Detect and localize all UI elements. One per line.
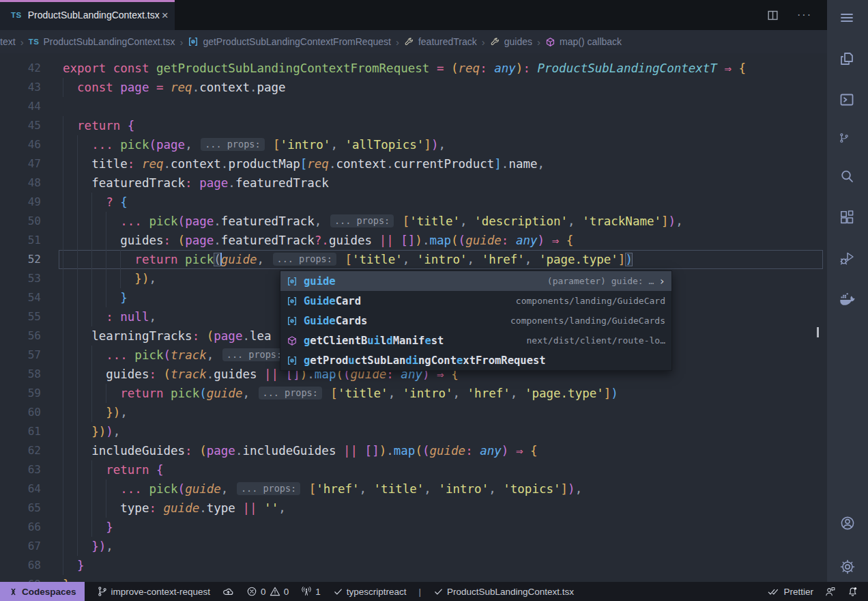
status-codespaces[interactable]: Codespaces	[0, 582, 85, 601]
status-active-file[interactable]: ProductSubLandingContext.tsx	[433, 582, 574, 601]
line-number[interactable]: 48	[0, 173, 41, 193]
suggest-item[interactable]: GuideCardscomponents/landing/GuideCards	[280, 311, 671, 331]
check-icon	[433, 587, 444, 597]
status-ports[interactable]: 1	[301, 582, 321, 601]
status-sync[interactable]	[222, 582, 234, 601]
line-number[interactable]: 44	[0, 97, 41, 116]
activity-item-explorer[interactable]	[839, 51, 856, 67]
suggest-item[interactable]: guide(parameter) guide: …›	[280, 271, 671, 291]
line-number[interactable]: 67	[0, 537, 41, 556]
code-token: ,	[676, 214, 683, 228]
code-line[interactable]: 45return {	[0, 116, 827, 135]
line-number[interactable]: 45	[0, 116, 41, 135]
line-number[interactable]: 54	[0, 288, 41, 307]
line-number[interactable]: 47	[0, 154, 41, 173]
suggest-item[interactable]: getProductSubLandingContextFromRequest	[280, 350, 671, 370]
status-notifications[interactable]	[847, 582, 858, 601]
line-number[interactable]: 62	[0, 441, 41, 460]
line-number[interactable]: 66	[0, 518, 41, 537]
line-number[interactable]: 61	[0, 422, 41, 441]
code-line[interactable]: 51guides: (page.featuredTrack?.guides ||…	[0, 231, 827, 250]
line-number[interactable]: 56	[0, 326, 41, 346]
activity-item-settings[interactable]	[839, 559, 856, 575]
line-number[interactable]: 57	[0, 346, 41, 365]
code-token: (	[149, 138, 156, 152]
line-number[interactable]: 53	[0, 269, 41, 288]
code-line[interactable]: 59return pick(guide, ... props: ['title'…	[0, 384, 827, 403]
line-number[interactable]: 41	[0, 53, 41, 59]
suggest-item[interactable]: getClientBuildManifestnext/dist/client/r…	[280, 331, 671, 350]
code-line[interactable]: 43const page = req.context.page	[0, 78, 827, 97]
line-number[interactable]: 59	[0, 384, 41, 403]
code-line[interactable]: 41	[0, 53, 827, 59]
code-line-content: type: guide.type || '',	[59, 499, 827, 518]
line-number[interactable]: 42	[0, 59, 41, 78]
status-problems[interactable]: 00	[246, 582, 289, 601]
code-token: .	[214, 234, 221, 247]
code-line[interactable]: 64... pick(guide, ... props: ['href', 't…	[0, 479, 827, 499]
activity-item-source-control[interactable]	[839, 132, 856, 143]
more-actions-button[interactable]: ···	[797, 9, 812, 21]
line-number[interactable]: 52	[0, 250, 41, 269]
activity-item-docker[interactable]	[839, 291, 856, 309]
line-number[interactable]: 69	[0, 575, 41, 582]
activity-item-extensions[interactable]	[839, 209, 856, 225]
status-feedback[interactable]	[824, 582, 836, 601]
code-line[interactable]: 63return {	[0, 460, 827, 479]
code-line[interactable]: 42export const getProductSubLandingConte…	[0, 59, 827, 78]
line-number[interactable]: 63	[0, 460, 41, 479]
code-line[interactable]: 44	[0, 97, 827, 116]
inlay-hint: ... props:	[201, 138, 264, 151]
code-line[interactable]: 49? {	[0, 193, 827, 212]
line-number[interactable]: 55	[0, 307, 41, 326]
code-line[interactable]: 61})),	[0, 422, 827, 441]
code-line[interactable]: 48featuredTrack: page.featuredTrack	[0, 173, 827, 193]
line-number[interactable]: 58	[0, 365, 41, 384]
breadcrumb-item[interactable]: TSProductSubLandingContext.tsx	[29, 36, 175, 47]
status-prettier[interactable]: Prettier	[767, 582, 813, 601]
line-number[interactable]: 51	[0, 231, 41, 250]
line-number[interactable]: 64	[0, 479, 41, 499]
line-number[interactable]: 46	[0, 135, 41, 154]
activity-item-account[interactable]	[839, 515, 856, 531]
line-number[interactable]: 68	[0, 556, 41, 575]
code-line[interactable]: 65type: guide.type || '',	[0, 499, 827, 518]
line-number[interactable]: 43	[0, 78, 41, 97]
code-line[interactable]: 47title: req.context.productMap[req.cont…	[0, 154, 827, 173]
code-line[interactable]: 69}	[0, 575, 827, 582]
breadcrumb-item[interactable]: guides	[490, 36, 532, 47]
split-editor-icon[interactable]	[766, 9, 779, 22]
line-number[interactable]: 65	[0, 499, 41, 518]
breadcrumb-item[interactable]: getProductSubLandingContextFromRequest	[188, 36, 391, 47]
code-line[interactable]: 46... pick(page, ... props: ['intro', 'a…	[0, 135, 827, 154]
activity-item-search[interactable]	[839, 168, 856, 184]
code-line[interactable]: 66}	[0, 518, 827, 537]
activity-item-terminal[interactable]	[839, 92, 856, 108]
code-token: ]	[561, 482, 568, 496]
close-icon[interactable]: ×	[160, 9, 171, 22]
status-branch[interactable]: improve-context-request	[97, 582, 211, 601]
suggest-detail-chevron-icon[interactable]: ›	[659, 275, 665, 288]
code-line[interactable]: 68}	[0, 556, 827, 575]
tab-productsublandingcontext[interactable]: TS ProductSubLandingContext.tsx ×	[0, 0, 175, 30]
suggest-item[interactable]: GuideCardcomponents/landing/GuideCard	[280, 291, 671, 311]
status-language[interactable]: typescriptreact	[333, 582, 407, 601]
code-line[interactable]: 62includeGuides: (page.includeGuides || …	[0, 441, 827, 460]
code-token: ...	[120, 482, 149, 496]
code-token: currentProduct	[394, 157, 495, 171]
line-number[interactable]: 60	[0, 403, 41, 422]
breadcrumb-item[interactable]: itext	[0, 36, 16, 47]
breadcrumb-item[interactable]: featuredTrack	[404, 36, 477, 47]
code-line[interactable]: 50... pick(page.featuredTrack, ... props…	[0, 212, 827, 231]
activity-item-run-debug[interactable]	[839, 250, 856, 266]
code-line[interactable]: 60}),	[0, 403, 827, 422]
activity-item-menu[interactable]	[839, 10, 856, 26]
line-number[interactable]: 50	[0, 212, 41, 231]
breadcrumb-item[interactable]: map() callback	[545, 36, 622, 47]
code-token	[394, 234, 401, 247]
suggest-item-label: guide	[304, 275, 336, 288]
code-line[interactable]: 52return pick(guide, ... props: ['title'…	[0, 250, 827, 269]
scrollbar-thumb[interactable]	[817, 327, 819, 337]
code-line[interactable]: 67}),	[0, 537, 827, 556]
line-number[interactable]: 49	[0, 193, 41, 212]
